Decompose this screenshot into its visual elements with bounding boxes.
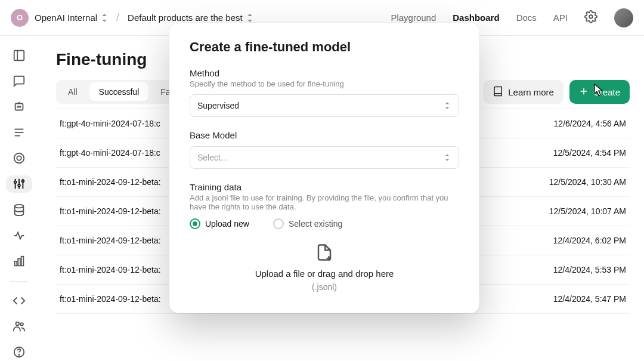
job-name: ft:o1-mini-2024-09-12-beta: [60, 177, 161, 187]
project-switcher[interactable]: Default products are the best [128, 13, 253, 23]
select-updown-icon [444, 101, 451, 110]
upload-file-icon [190, 243, 459, 264]
org-name: OpenAI Internal [35, 13, 97, 23]
nav-dashboard[interactable]: Dashboard [453, 13, 499, 23]
job-name: ft:o1-mini-2024-09-12-beta: [60, 265, 161, 274]
help-icon[interactable] [6, 344, 32, 361]
job-date: 12/5/2024, 10:07 AM [549, 206, 626, 216]
radio-select-existing[interactable]: Select existing [273, 218, 342, 229]
fine-tuning-icon[interactable] [6, 175, 32, 193]
svg-rect-20 [18, 258, 20, 266]
svg-point-0 [589, 15, 593, 18]
nav-docs[interactable]: Docs [516, 13, 537, 23]
select-updown-icon [444, 153, 451, 162]
evals-icon[interactable] [6, 150, 32, 167]
book-icon [493, 86, 503, 98]
svg-point-4 [17, 106, 18, 107]
gear-icon[interactable] [584, 10, 597, 26]
job-date: 12/4/2024, 5:53 PM [553, 265, 626, 274]
realtime-icon[interactable] [6, 227, 32, 244]
learn-more-label: Learn more [508, 87, 554, 97]
job-name: ft:o1-mini-2024-09-12-beta: [60, 294, 161, 304]
base-model-select[interactable]: Select... [190, 146, 459, 169]
usage-icon[interactable] [6, 252, 32, 270]
create-finetune-modal: Create a fine-tuned model Method Specify… [169, 23, 479, 313]
job-name: ft:o1-mini-2024-09-12-beta: [60, 236, 161, 245]
radio-upload-new-label: Upload new [205, 219, 249, 229]
svg-rect-1 [14, 50, 24, 60]
job-date: 12/4/2024, 5:47 PM [553, 294, 626, 304]
svg-point-17 [22, 180, 24, 183]
training-label: Training data [190, 182, 459, 192]
method-select[interactable]: Supervised [190, 94, 459, 117]
nav-api[interactable]: API [553, 13, 568, 23]
radio-select-existing-label: Select existing [289, 219, 342, 229]
svg-point-11 [17, 156, 21, 161]
svg-point-25 [18, 354, 19, 355]
rail-divider [10, 281, 28, 282]
radio-upload-new[interactable]: Upload new [190, 218, 249, 229]
svg-point-23 [20, 323, 23, 326]
panel-icon[interactable] [6, 47, 32, 64]
upload-dropzone[interactable]: Upload a file or drag and drop here (.js… [190, 241, 459, 293]
sidebar [0, 36, 38, 361]
project-name: Default products are the best [128, 13, 243, 23]
svg-point-18 [15, 204, 24, 208]
job-date: 12/5/2024, 10:30 AM [549, 177, 626, 187]
svg-point-13 [14, 181, 17, 184]
org-switcher[interactable]: OpenAI Internal [35, 13, 108, 23]
training-sub: Add a jsonl file to use for training. By… [190, 193, 459, 211]
method-sub: Specify the method to be used for fine-t… [190, 79, 459, 88]
job-date: 12/6/2024, 4:56 AM [554, 119, 626, 128]
modal-title: Create a fine-tuned model [190, 39, 459, 55]
tab-all[interactable]: All [58, 82, 87, 101]
storage-icon[interactable] [6, 201, 32, 218]
method-value: Supervised [197, 101, 239, 110]
code-icon[interactable] [6, 292, 32, 310]
breadcrumb-slash: / [114, 11, 122, 24]
base-model-placeholder: Select... [197, 153, 228, 162]
dropzone-text: Upload a file or drag and drop here [190, 269, 459, 279]
radio-circle-icon [190, 218, 200, 229]
job-name: ft:gpt-4o-mini-2024-07-18:c [60, 119, 160, 128]
members-icon[interactable] [6, 318, 32, 335]
svg-point-5 [20, 106, 21, 107]
dropzone-ext: (.jsonl) [190, 282, 459, 292]
job-name: ft:gpt-4o-mini-2024-07-18:c [60, 148, 160, 158]
base-model-label: Base Model [190, 130, 459, 140]
create-button[interactable]: Create [569, 80, 630, 104]
threads-icon[interactable] [6, 124, 32, 141]
nav-playground[interactable]: Playground [391, 13, 436, 23]
plus-icon [579, 87, 589, 98]
job-date: 12/5/2024, 4:54 PM [553, 148, 626, 158]
radio-circle-icon [273, 218, 284, 229]
tab-successful[interactable]: Successful [89, 82, 149, 101]
switcher-updown-icon [246, 14, 253, 22]
switcher-updown-icon [101, 14, 108, 22]
svg-point-22 [16, 322, 20, 326]
assistants-icon[interactable] [6, 98, 32, 115]
chat-icon[interactable] [6, 72, 32, 90]
svg-rect-21 [21, 257, 24, 266]
user-avatar[interactable] [614, 8, 633, 27]
create-label: Create [593, 87, 620, 97]
job-date: 12/4/2024, 6:02 PM [553, 236, 626, 245]
method-label: Method [190, 68, 459, 78]
svg-rect-19 [15, 261, 17, 266]
svg-point-10 [14, 153, 24, 163]
org-avatar[interactable]: O [11, 9, 29, 27]
job-name: ft:o1-mini-2024-09-12-beta: [60, 206, 161, 216]
learn-more-button[interactable]: Learn more [483, 80, 564, 104]
tabs: All Successful Fa [56, 80, 182, 104]
svg-point-15 [18, 184, 20, 187]
